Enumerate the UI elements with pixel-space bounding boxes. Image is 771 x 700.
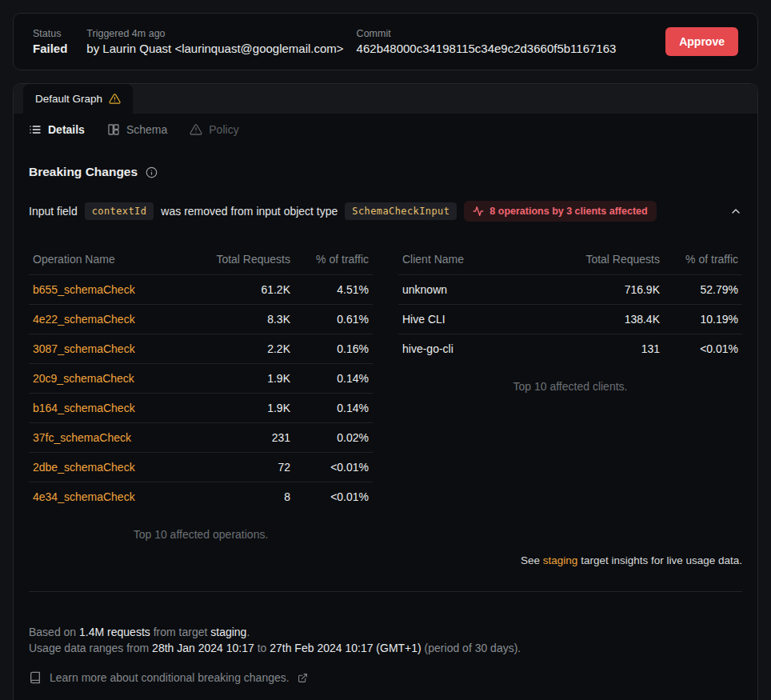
approve-button[interactable]: Approve xyxy=(665,27,738,56)
footer-text: 27th Feb 2024 10:17 (GMT+1) xyxy=(270,642,421,654)
commit-value: 462b48000c34198115c34e9c2d3660f5b1167163 xyxy=(357,42,617,55)
footer-text: 1.4M requests xyxy=(79,626,150,638)
tab-details-label: Details xyxy=(48,123,85,136)
tab-policy-label: Policy xyxy=(209,123,238,136)
footer-text: Usage data ranges from xyxy=(29,642,152,654)
traffic-value: 0.61% xyxy=(290,313,369,326)
footer-line-2: Usage data ranges from 28th Jan 2024 10:… xyxy=(29,640,742,656)
requests-value: 1.9K xyxy=(198,372,290,385)
operation-link[interactable]: b655_schemaCheck xyxy=(33,283,198,296)
footer-text: from target xyxy=(150,626,210,638)
table-row: b164_schemaCheck 1.9K 0.14% xyxy=(29,393,373,422)
traffic-value: 0.16% xyxy=(290,342,369,355)
activity-pulse-icon xyxy=(473,206,484,217)
operation-link[interactable]: 4e34_schemaCheck xyxy=(33,490,198,503)
table-row: hive-go-cli 131 <0.01% xyxy=(398,334,742,363)
footer-text: staging xyxy=(210,626,246,638)
detail-subtabs: Details Schema Policy xyxy=(14,114,757,145)
commit-block: Commit 462b48000c34198115c34e9c2d3660f5b… xyxy=(357,28,617,55)
traffic-value: <0.01% xyxy=(290,461,369,474)
triggered-block: Triggered 4m ago by Laurin Quast <laurin… xyxy=(86,28,343,55)
footer-text: (period of 30 days). xyxy=(421,642,521,654)
learn-more-link[interactable]: Learn more about conditional breaking ch… xyxy=(29,671,742,684)
schema-panels-icon xyxy=(107,123,120,136)
triggered-value: by Laurin Quast <laurinquast@googlemail.… xyxy=(86,42,343,55)
check-summary-card: Status Failed Triggered 4m ago by Laurin… xyxy=(13,13,758,70)
check-detail-card: Default Graph Details Schema Policy xyxy=(13,83,758,700)
chevron-up-icon[interactable] xyxy=(729,205,742,218)
requests-value: 8.3K xyxy=(198,313,290,326)
client-name: unknown xyxy=(402,283,568,296)
operation-link[interactable]: 3087_schemaCheck xyxy=(33,342,198,355)
client-name: hive-go-cli xyxy=(402,342,568,355)
tab-schema[interactable]: Schema xyxy=(107,123,167,136)
operation-link[interactable]: 4e22_schemaCheck xyxy=(33,313,198,326)
warning-triangle-icon xyxy=(109,93,121,105)
table-row: 37fc_schemaCheck 231 0.02% xyxy=(29,422,373,452)
clients-table: Client Name Total Requests % of traffic … xyxy=(398,244,742,393)
table-row: 3087_schemaCheck 2.2K 0.16% xyxy=(29,334,373,363)
usage-footer: Based on 1.4M requests from target stagi… xyxy=(29,624,742,656)
commit-label: Commit xyxy=(357,28,617,39)
requests-value: 138.4K xyxy=(568,313,660,326)
note-pre: See xyxy=(521,554,543,566)
footer-text: to xyxy=(254,642,270,654)
traffic-value: 0.02% xyxy=(290,431,369,444)
col-traffic: % of traffic xyxy=(290,253,369,266)
status-label: Status xyxy=(33,28,67,39)
col-total-requests: Total Requests xyxy=(568,253,660,266)
table-row: 4e22_schemaCheck 8.3K 0.61% xyxy=(29,304,373,334)
operation-link[interactable]: 37fc_schemaCheck xyxy=(33,431,198,444)
footer-text: 28th Jan 2024 10:17 xyxy=(152,642,254,654)
breaking-changes-title: Breaking Changes xyxy=(29,165,138,179)
tab-policy[interactable]: Policy xyxy=(190,123,238,136)
learn-more-label: Learn more about conditional breaking ch… xyxy=(50,671,290,684)
requests-value: 8 xyxy=(198,490,290,503)
graph-tab-label: Default Graph xyxy=(35,93,102,105)
requests-value: 72 xyxy=(198,461,290,474)
requests-value: 231 xyxy=(198,431,290,444)
status-value: Failed xyxy=(33,42,67,55)
operation-link[interactable]: b164_schemaCheck xyxy=(33,402,198,414)
status-block: Status Failed xyxy=(33,28,67,55)
col-operation-name: Operation Name xyxy=(33,253,198,266)
book-icon xyxy=(29,671,42,684)
traffic-value: 4.51% xyxy=(290,283,369,296)
requests-value: 2.2K xyxy=(198,342,290,355)
col-traffic: % of traffic xyxy=(660,253,738,266)
col-total-requests: Total Requests xyxy=(198,253,290,266)
requests-value: 61.2K xyxy=(198,283,290,296)
traffic-value: 0.14% xyxy=(290,402,369,414)
footer-line-1: Based on 1.4M requests from target stagi… xyxy=(29,624,742,640)
traffic-value: <0.01% xyxy=(290,490,369,503)
operation-link[interactable]: 20c9_schemaCheck xyxy=(33,372,198,385)
tab-schema-label: Schema xyxy=(126,123,167,136)
footer-text: Based on xyxy=(29,626,79,638)
table-row: Hive CLI 138.4K 10.19% xyxy=(398,304,742,334)
clients-caption: Top 10 affected clients. xyxy=(398,380,742,393)
operations-caption: Top 10 affected operations. xyxy=(29,528,373,541)
table-row: 4e34_schemaCheck 8 <0.01% xyxy=(29,482,373,511)
impact-badge[interactable]: 8 operations by 3 clients affected xyxy=(464,201,656,222)
operations-table-header: Operation Name Total Requests % of traff… xyxy=(29,244,373,274)
tab-default-graph[interactable]: Default Graph xyxy=(23,84,133,114)
warning-triangle-icon xyxy=(190,123,202,136)
staging-link[interactable]: staging xyxy=(543,554,578,566)
external-link-icon xyxy=(298,673,308,683)
info-icon xyxy=(146,166,158,178)
traffic-value: 10.19% xyxy=(660,313,738,326)
table-row: b655_schemaCheck 61.2K 4.51% xyxy=(29,274,373,304)
breaking-change-row: Input field contextId was removed from i… xyxy=(29,201,742,222)
field-code-chip: contextId xyxy=(85,202,154,220)
details-content: Breaking Changes Input field contextId w… xyxy=(14,165,757,684)
operation-link[interactable]: 2dbe_schemaCheck xyxy=(33,461,198,474)
list-icon xyxy=(29,123,42,136)
change-text-prefix: Input field xyxy=(29,205,78,218)
graph-tabstrip: Default Graph xyxy=(14,84,757,114)
footer-text: . xyxy=(246,626,250,638)
impact-badge-label: 8 operations by 3 clients affected xyxy=(489,206,647,217)
table-row: 2dbe_schemaCheck 72 <0.01% xyxy=(29,452,373,482)
traffic-value: <0.01% xyxy=(660,342,738,355)
change-text-middle: was removed from input object type xyxy=(161,205,338,218)
tab-details[interactable]: Details xyxy=(29,123,85,136)
